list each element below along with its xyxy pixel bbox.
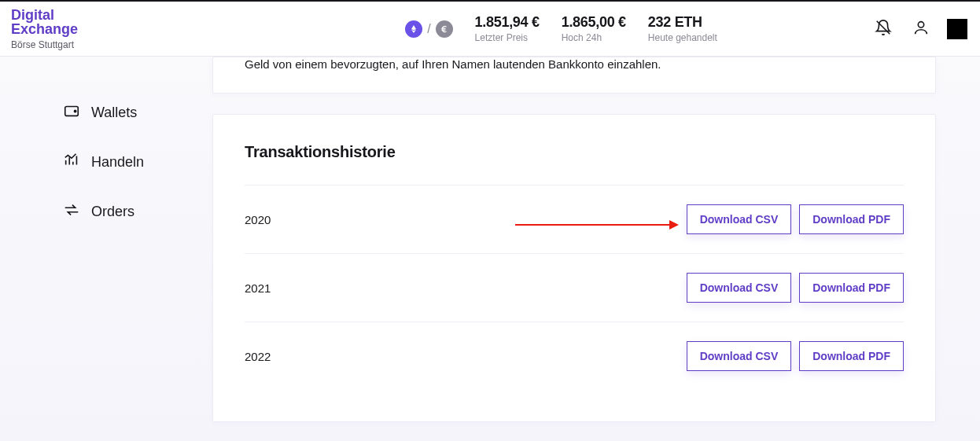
euro-icon xyxy=(436,20,453,38)
last-price-label: Letzter Preis xyxy=(475,32,540,43)
svg-point-3 xyxy=(74,110,76,112)
history-row: 2020 Download CSV Download PDF xyxy=(245,185,904,253)
topbar: Digital Exchange Börse Stuttgart / 1.851… xyxy=(0,0,980,57)
sidebar: Wallets Handeln Orders xyxy=(0,57,212,422)
stat-high-24h: 1.865,00 € Hoch 24h xyxy=(562,14,626,43)
avatar[interactable] xyxy=(947,19,967,39)
eth-icon xyxy=(405,20,422,38)
topbar-right xyxy=(871,16,967,42)
high-24h-label: Hoch 24h xyxy=(562,32,626,43)
wallet-icon xyxy=(63,102,80,123)
volume-label: Heute gehandelt xyxy=(648,32,717,43)
stat-last-price: 1.851,94 € Letzter Preis xyxy=(475,14,540,43)
sidebar-item-orders[interactable]: Orders xyxy=(63,187,212,237)
history-row: 2022 Download CSV Download PDF xyxy=(245,322,904,390)
download-pdf-button[interactable]: Download PDF xyxy=(799,273,904,303)
transaction-history-card: Transaktionshistorie 2020 Download CSV D… xyxy=(212,114,936,422)
history-year: 2022 xyxy=(245,350,271,363)
info-banner: Geld von einem bevorzugten, auf Ihren Na… xyxy=(212,57,936,94)
volume-value: 232 ETH xyxy=(648,14,717,31)
high-24h-value: 1.865,00 € xyxy=(562,14,626,31)
notifications-button[interactable] xyxy=(871,16,895,42)
last-price-value: 1.851,94 € xyxy=(475,14,540,31)
annotation-arrow xyxy=(515,220,679,230)
currency-pair[interactable]: / xyxy=(405,20,452,38)
sidebar-item-label: Orders xyxy=(91,204,134,220)
logo-line2: Exchange xyxy=(11,22,78,36)
account-button[interactable] xyxy=(909,16,933,42)
stat-volume: 232 ETH Heute gehandelt xyxy=(648,14,717,43)
history-year: 2021 xyxy=(245,281,271,295)
market-stats: / 1.851,94 € Letzter Preis 1.865,00 € Ho… xyxy=(405,14,717,43)
history-row: 2021 Download CSV Download PDF xyxy=(245,253,904,322)
user-icon xyxy=(912,27,930,39)
logo[interactable]: Digital Exchange Börse Stuttgart xyxy=(11,8,78,50)
banner-text: Geld von einem bevorzugten, auf Ihren Na… xyxy=(245,57,904,71)
arrow-head-icon xyxy=(669,220,679,230)
sidebar-item-label: Handeln xyxy=(91,154,144,171)
download-pdf-button[interactable]: Download PDF xyxy=(799,341,904,371)
orders-icon xyxy=(63,201,80,222)
main-column: Geld von einem bevorzugten, auf Ihren Na… xyxy=(212,57,980,422)
arrow-line xyxy=(515,224,669,226)
logo-line1: Digital xyxy=(11,8,78,22)
download-pdf-button[interactable]: Download PDF xyxy=(799,204,904,234)
row-buttons: Download CSV Download PDF xyxy=(687,341,904,371)
sidebar-item-trade[interactable]: Handeln xyxy=(63,138,212,187)
bell-off-icon xyxy=(875,27,892,39)
sidebar-item-wallets[interactable]: Wallets xyxy=(63,88,212,138)
row-buttons: Download CSV Download PDF xyxy=(687,204,904,234)
logo-sub: Börse Stuttgart xyxy=(11,39,78,50)
download-csv-button[interactable]: Download CSV xyxy=(687,204,792,234)
download-csv-button[interactable]: Download CSV xyxy=(687,341,792,371)
sidebar-item-label: Wallets xyxy=(91,105,137,121)
row-buttons: Download CSV Download PDF xyxy=(687,273,904,303)
card-title: Transaktionshistorie xyxy=(245,143,904,161)
history-year: 2020 xyxy=(245,213,271,226)
download-csv-button[interactable]: Download CSV xyxy=(687,273,792,303)
pair-separator: / xyxy=(427,22,430,36)
chart-icon xyxy=(63,152,80,173)
svg-point-1 xyxy=(918,22,923,28)
